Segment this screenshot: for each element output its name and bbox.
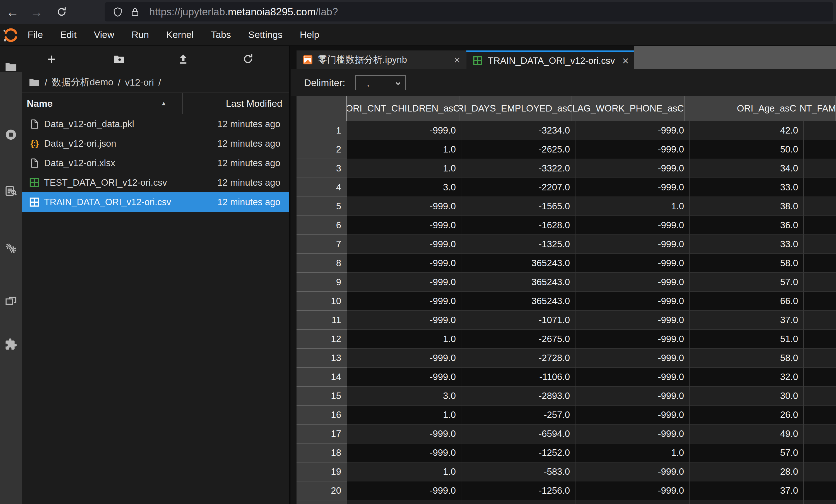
grid-cell[interactable]: 49.0 <box>689 424 804 443</box>
grid-cell[interactable]: 58.0 <box>689 348 804 367</box>
grid-cell[interactable]: 1.0 <box>575 443 689 462</box>
sidebar-files-button files-icon[interactable] <box>0 59 22 75</box>
grid-cell[interactable] <box>804 462 836 481</box>
grid-cell[interactable]: 1.0 <box>347 405 461 424</box>
sidebar-running-sessions-button running-sessions-icon[interactable] <box>0 126 22 143</box>
grid-cell[interactable]: 37.0 <box>689 481 804 500</box>
sidebar-property-inspector-button property-gears-icon[interactable] <box>0 240 22 256</box>
forward-icon[interactable]: → <box>27 0 46 24</box>
grid-row-number[interactable]: 17 <box>297 424 347 443</box>
grid-cell[interactable]: 26.0 <box>689 405 804 424</box>
grid-cell[interactable] <box>804 121 836 140</box>
file-row[interactable]: Data_v12-ori.xlsx12 minutes ago <box>22 153 289 173</box>
grid-cell[interactable]: -2893.0 <box>461 386 575 405</box>
grid-cell[interactable]: 51.0 <box>689 329 804 348</box>
grid-cell[interactable]: -999.0 <box>575 178 689 196</box>
grid-cell[interactable] <box>804 386 836 405</box>
grid-cell[interactable]: -257.0 <box>461 405 575 424</box>
grid-cell[interactable]: 1.0 <box>347 140 461 159</box>
grid-cell[interactable]: -999.0 <box>575 215 689 234</box>
grid-cell[interactable]: -999.0 <box>575 121 689 140</box>
menu-item-tabs[interactable]: Tabs <box>210 27 231 42</box>
grid-cell[interactable] <box>804 140 836 159</box>
sidebar-inspector-button inspector-icon[interactable] <box>0 182 22 199</box>
new-launcher-button[interactable]: + <box>39 49 64 69</box>
grid-cell[interactable]: -999.0 <box>575 386 689 405</box>
grid-cell[interactable]: -6594.0 <box>461 424 575 443</box>
file-row[interactable]: Data_v12-ori_data.pkl12 minutes ago <box>22 114 289 134</box>
grid-cell[interactable]: 42.0 <box>689 121 804 140</box>
grid-cell[interactable]: 57.0 <box>689 272 804 291</box>
grid-cell[interactable]: -999.0 <box>347 310 461 329</box>
grid-cell[interactable]: -999.0 <box>347 348 461 367</box>
grid-cell[interactable] <box>804 291 836 310</box>
grid-cell[interactable]: -1325.0 <box>461 234 575 253</box>
sidebar-open-tabs-button open-tabs-icon[interactable] <box>0 293 22 309</box>
grid-cell[interactable]: -999.0 <box>347 253 461 272</box>
tab-active[interactable]: TRAIN_DATA_ORI_v12-ori.csv× <box>467 51 634 69</box>
grid-cell[interactable]: -999.0 <box>347 424 461 443</box>
close-icon[interactable]: × <box>454 54 460 65</box>
menu-item-run[interactable]: Run <box>131 27 149 42</box>
grid-row-number[interactable]: 16 <box>297 405 347 424</box>
menu-item-kernel[interactable]: Kernel <box>166 27 194 42</box>
grid-cell[interactable]: -1256.0 <box>461 481 575 500</box>
grid-cell[interactable]: -999.0 <box>347 291 461 310</box>
delimiter-select[interactable]: , <box>355 75 406 90</box>
grid-row-number[interactable]: 7 <box>297 234 347 253</box>
grid-row-number[interactable]: 3 <box>297 159 347 178</box>
grid-cell[interactable]: 57.0 <box>689 443 804 462</box>
grid-cell[interactable] <box>804 348 836 367</box>
grid-cell[interactable]: -999.0 <box>575 272 689 291</box>
file-row[interactable]: {:}Data_v12-ori.json12 minutes ago <box>22 134 289 153</box>
grid-cell[interactable]: 3.0 <box>347 386 461 405</box>
grid-row-number[interactable]: 20 <box>297 481 347 500</box>
grid-cell[interactable] <box>804 443 836 462</box>
grid-row-number[interactable]: 5 <box>297 196 347 215</box>
grid-cell[interactable]: 32.0 <box>689 367 804 386</box>
menu-item-settings[interactable]: Settings <box>248 27 283 42</box>
grid-cell[interactable]: 38.0 <box>689 196 804 215</box>
grid-cell[interactable] <box>804 253 836 272</box>
grid-row-number[interactable]: 11 <box>297 310 347 329</box>
grid-cell[interactable]: 1.0 <box>347 329 461 348</box>
grid-cell[interactable]: -999.0 <box>575 348 689 367</box>
grid-cell[interactable]: 1.0 <box>575 196 689 215</box>
grid-row-number[interactable]: 15 <box>297 386 347 405</box>
grid-cell[interactable]: -999.0 <box>575 291 689 310</box>
grid-cell[interactable]: 3.0 <box>347 178 461 196</box>
grid-cell[interactable] <box>804 481 836 500</box>
menu-item-file[interactable]: File <box>27 27 43 42</box>
grid-cell[interactable]: -999.0 <box>347 234 461 253</box>
grid-cell[interactable]: -1106.0 <box>461 367 575 386</box>
grid-cell[interactable]: 28.0 <box>689 462 804 481</box>
shield-icon[interactable] <box>112 7 123 17</box>
grid-cell[interactable]: -999.0 <box>347 272 461 291</box>
grid-cell[interactable]: -999.0 <box>575 140 689 159</box>
grid-row-number[interactable]: 13 <box>297 348 347 367</box>
grid-cell[interactable]: 1.0 <box>347 159 461 178</box>
grid-row-number[interactable]: 19 <box>297 462 347 481</box>
grid-cell[interactable]: 37.0 <box>689 310 804 329</box>
grid-cell[interactable]: -1565.0 <box>461 196 575 215</box>
grid-cell[interactable]: 30.0 <box>689 386 804 405</box>
grid-row-number[interactable]: 1 <box>297 121 347 140</box>
column-header-last-modified[interactable]: Last Modified <box>226 93 282 114</box>
grid-row-number[interactable]: 8 <box>297 253 347 272</box>
grid-cell[interactable]: -999.0 <box>575 462 689 481</box>
grid-cell[interactable]: -999.0 <box>575 310 689 329</box>
grid-cell[interactable] <box>804 159 836 178</box>
grid-cell[interactable]: 365243.0 <box>461 291 575 310</box>
grid-cell[interactable] <box>804 367 836 386</box>
lock-icon[interactable] <box>130 7 140 17</box>
breadcrumb-segment[interactable]: 数据分析demo <box>52 76 113 89</box>
grid-row-number[interactable]: 2 <box>297 140 347 159</box>
grid-cell[interactable]: -1628.0 <box>461 215 575 234</box>
grid-cell[interactable]: 36.0 <box>689 215 804 234</box>
grid-row-number[interactable]: 12 <box>297 329 347 348</box>
back-icon[interactable]: ← <box>3 0 22 24</box>
upload-button[interactable] <box>171 49 196 69</box>
grid-cell[interactable]: -3234.0 <box>461 121 575 140</box>
grid-cell[interactable] <box>804 329 836 348</box>
grid-cell[interactable] <box>804 196 836 215</box>
